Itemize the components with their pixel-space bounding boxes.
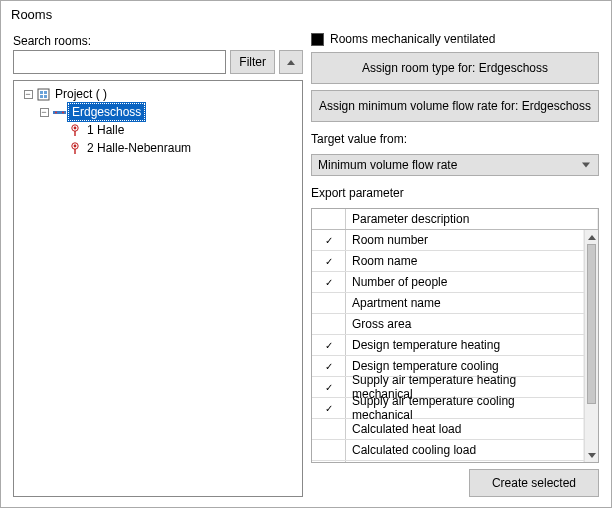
pin-icon: [68, 123, 82, 137]
check-icon: ✓: [325, 256, 333, 267]
table-row[interactable]: Gross area: [312, 314, 584, 335]
target-value-label: Target value from:: [311, 132, 599, 146]
mech-vent-label: Rooms mechanically ventilated: [330, 32, 495, 46]
row-desc: Calculated cooling load: [346, 440, 584, 460]
check-icon: ✓: [325, 277, 333, 288]
row-desc: Room number: [346, 230, 584, 250]
row-check-cell[interactable]: ✓: [312, 335, 346, 355]
dropdown-value: Minimum volume flow rate: [318, 158, 457, 172]
svg-point-9: [74, 126, 77, 129]
create-selected-button[interactable]: Create selected: [469, 469, 599, 497]
check-icon: ✓: [325, 361, 333, 372]
row-check-cell[interactable]: [312, 314, 346, 334]
collapse-icon[interactable]: −: [24, 90, 33, 99]
search-row: Filter: [13, 50, 303, 74]
check-icon: ✓: [325, 382, 333, 393]
floor-icon: [52, 105, 66, 119]
row-check-cell[interactable]: ✓: [312, 398, 346, 418]
svg-point-12: [74, 144, 77, 147]
tree-room[interactable]: 1 Halle: [16, 121, 300, 139]
scroll-thumb[interactable]: [587, 244, 596, 404]
table-row[interactable]: ✓Number of people: [312, 272, 584, 293]
table-row[interactable]: ✓Supply air temperature cooling mechanic…: [312, 398, 584, 419]
export-table: Parameter description ✓Room number✓Room …: [311, 208, 599, 463]
table-row[interactable]: Calculated heat load: [312, 419, 584, 440]
row-desc: Number of people: [346, 272, 584, 292]
pin-icon: [68, 141, 82, 155]
check-icon: ✓: [325, 403, 333, 414]
mech-vent-row[interactable]: Rooms mechanically ventilated: [311, 32, 599, 46]
svg-point-7: [62, 111, 64, 113]
svg-rect-3: [40, 95, 43, 98]
svg-point-6: [55, 111, 57, 113]
svg-rect-1: [40, 91, 43, 94]
row-desc: Gross area: [346, 314, 584, 334]
table-header-check: [312, 209, 346, 229]
tree-room-label: 1 Halle: [84, 122, 127, 138]
left-panel: Search rooms: Filter − Project ( ): [13, 30, 303, 497]
row-check-cell[interactable]: ✓: [312, 230, 346, 250]
table-row[interactable]: Minimum volume flow: [312, 461, 584, 462]
table-row[interactable]: ✓Room number: [312, 230, 584, 251]
target-value-dropdown[interactable]: Minimum volume flow rate: [311, 154, 599, 176]
row-check-cell[interactable]: ✓: [312, 251, 346, 271]
table-row[interactable]: Calculated cooling load: [312, 440, 584, 461]
chevron-up-icon: [287, 60, 295, 65]
row-desc: Minimum volume flow: [346, 461, 584, 462]
svg-rect-2: [44, 91, 47, 94]
window-title: Rooms: [1, 1, 611, 30]
row-check-cell[interactable]: [312, 440, 346, 460]
svg-rect-5: [53, 111, 66, 114]
row-desc: Supply air temperature cooling mechanica…: [346, 398, 584, 418]
row-check-cell[interactable]: [312, 419, 346, 439]
check-icon: ✓: [325, 340, 333, 351]
assign-min-flow-button[interactable]: Assign minimum volume flow rate for: Erd…: [311, 90, 599, 122]
table-body: ✓Room number✓Room name✓Number of peopleA…: [312, 230, 598, 462]
rooms-window: Rooms Search rooms: Filter − Project: [0, 0, 612, 508]
content-area: Search rooms: Filter − Project ( ): [1, 30, 611, 507]
row-check-cell[interactable]: ✓: [312, 356, 346, 376]
table-header-row: Parameter description: [312, 209, 598, 230]
table-row[interactable]: Apartment name: [312, 293, 584, 314]
row-check-cell[interactable]: [312, 461, 346, 462]
tree-floor[interactable]: − Erdgeschoss: [16, 103, 300, 121]
row-check-cell[interactable]: ✓: [312, 377, 346, 397]
table-row[interactable]: ✓Design temperature heating: [312, 335, 584, 356]
tree-room-label: 2 Halle-Nebenraum: [84, 140, 194, 156]
table-row[interactable]: ✓Room name: [312, 251, 584, 272]
row-desc: Room name: [346, 251, 584, 271]
svg-rect-14: [313, 35, 322, 44]
tree-room[interactable]: 2 Halle-Nebenraum: [16, 139, 300, 157]
room-tree[interactable]: − Project ( ) − Erdgeschoss: [13, 80, 303, 497]
svg-rect-4: [44, 95, 47, 98]
search-input[interactable]: [13, 50, 226, 74]
assign-room-type-button[interactable]: Assign room type for: Erdgeschoss: [311, 52, 599, 84]
svg-rect-0: [38, 89, 49, 100]
table-header-desc: Parameter description: [346, 209, 598, 229]
checkbox-icon[interactable]: [311, 33, 324, 46]
scroll-up-icon[interactable]: [585, 230, 598, 244]
tree-root-label: Project ( ): [52, 86, 110, 102]
collapse-icon[interactable]: −: [40, 108, 49, 117]
tree-root[interactable]: − Project ( ): [16, 85, 300, 103]
right-panel: Rooms mechanically ventilated Assign roo…: [311, 30, 599, 497]
tree-floor-label: Erdgeschoss: [68, 103, 145, 121]
row-desc: Apartment name: [346, 293, 584, 313]
project-icon: [36, 87, 50, 101]
scroll-down-icon[interactable]: [585, 448, 598, 462]
row-check-cell[interactable]: ✓: [312, 272, 346, 292]
row-desc: Design temperature heating: [346, 335, 584, 355]
filter-button[interactable]: Filter: [230, 50, 275, 74]
row-desc: Calculated heat load: [346, 419, 584, 439]
export-parameter-label: Export parameter: [311, 186, 599, 200]
collapse-search-button[interactable]: [279, 50, 303, 74]
check-icon: ✓: [325, 235, 333, 246]
scrollbar[interactable]: [584, 230, 598, 462]
search-label: Search rooms:: [13, 34, 303, 48]
row-check-cell[interactable]: [312, 293, 346, 313]
